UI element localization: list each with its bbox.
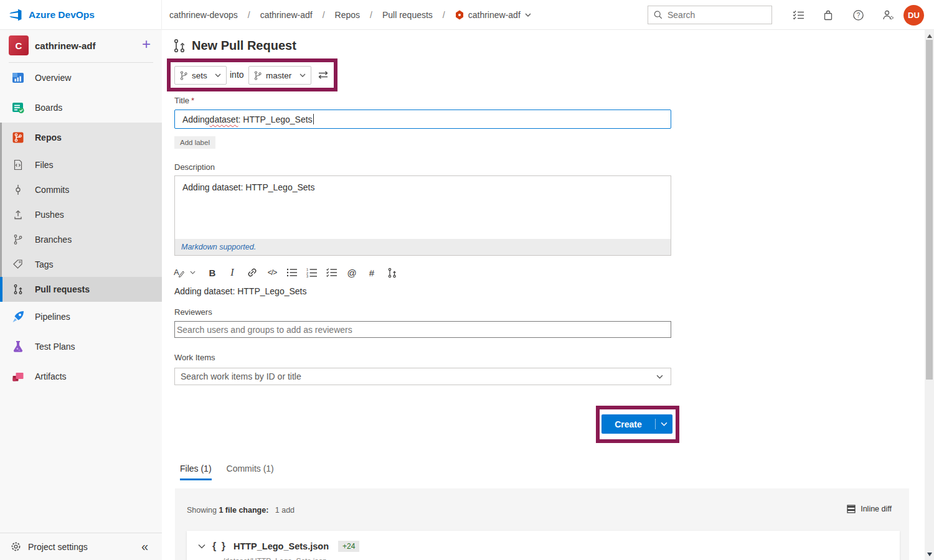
sidebar-item-commits[interactable]: Commits <box>0 177 162 202</box>
page-title: New Pull Request <box>173 39 296 53</box>
branch-icon <box>254 71 262 80</box>
collapse-sidebar-button[interactable]: « <box>141 539 148 554</box>
sidebar-item-artifacts[interactable]: Artifacts <box>0 362 162 391</box>
breadcrumb-separator: / <box>370 10 372 20</box>
scrollbar-up-arrow[interactable] <box>927 34 932 38</box>
target-branch-name: master <box>266 71 291 80</box>
breadcrumb-project[interactable]: cathrinew-adf <box>260 10 313 20</box>
text-format-icon[interactable]: A <box>173 266 184 279</box>
sidebar-item-boards[interactable]: Boards <box>0 93 162 123</box>
user-settings-icon[interactable] <box>882 9 894 21</box>
swap-branches-icon[interactable] <box>317 69 329 80</box>
repository-icon <box>455 10 464 20</box>
sidebar-item-test-plans[interactable]: Test Plans <box>0 332 162 362</box>
top-bar: Azure DevOps cathrinew-devops / cathrine… <box>0 0 934 30</box>
mention-icon[interactable]: @ <box>346 266 357 279</box>
add-label-button[interactable]: Add label <box>174 136 215 149</box>
sidebar-item-overview[interactable]: Overview <box>0 63 162 93</box>
branches-icon <box>10 231 26 248</box>
reviewers-input[interactable] <box>174 321 671 338</box>
project-header[interactable]: C cathrinew-adf + <box>0 30 162 61</box>
markdown-supported-link[interactable]: Markdown supported. <box>181 243 256 251</box>
into-label: into <box>230 70 244 80</box>
chevron-down-icon <box>300 73 306 77</box>
create-split-chevron-icon[interactable] <box>656 422 672 426</box>
additions-badge: +24 <box>338 541 359 552</box>
create-button[interactable]: Create <box>601 414 672 434</box>
sidebar-item-label: Branches <box>35 235 72 245</box>
work-item-hash-icon[interactable]: # <box>366 266 377 279</box>
repository-selector[interactable]: cathrinew-adf <box>455 10 531 20</box>
chevron-down-icon <box>215 73 221 77</box>
tags-icon <box>10 256 26 273</box>
project-name: cathrinew-adf <box>35 40 96 51</box>
sidebar-item-pipelines[interactable]: Pipelines <box>0 302 162 332</box>
search-input[interactable] <box>667 10 761 20</box>
test-plans-icon <box>10 338 26 355</box>
chevron-down-icon[interactable] <box>187 266 198 279</box>
tab-files[interactable]: Files (1) <box>180 464 212 480</box>
work-items-input[interactable] <box>175 368 648 385</box>
changes-panel: Showing 1 file change: 1 add Inline diff… <box>175 488 909 560</box>
target-branch-dropdown[interactable]: master <box>248 66 311 85</box>
description-label: Description <box>174 162 215 172</box>
breadcrumb-pull-requests[interactable]: Pull requests <box>382 10 433 20</box>
sidebar-item-branches[interactable]: Branches <box>0 227 162 252</box>
numbered-list-icon[interactable]: 1 2 3 <box>306 266 318 279</box>
description-preview: Adding dataset: HTTP_Lego_Sets <box>174 286 306 296</box>
vertical-scrollbar[interactable] <box>925 30 934 560</box>
main-content: New Pull Request sets into master <box>162 30 925 560</box>
avatar[interactable]: DU <box>903 5 924 26</box>
help-icon[interactable]: ? <box>852 9 864 21</box>
sidebar-item-pull-requests[interactable]: Pull requests <box>0 277 162 302</box>
collapse-chevron-icon[interactable] <box>198 544 205 549</box>
italic-icon[interactable]: I <box>227 266 238 279</box>
pull-request-link-icon[interactable] <box>386 266 397 279</box>
bold-icon[interactable]: B <box>207 266 218 279</box>
sidebar: C cathrinew-adf + Overview <box>0 30 162 560</box>
breadcrumb-organization[interactable]: cathrinew-devops <box>169 10 238 20</box>
repos-group: Repos Files Commits <box>0 123 162 302</box>
add-project-button[interactable]: + <box>142 36 151 52</box>
sidebar-item-label: Artifacts <box>35 371 67 381</box>
files-icon <box>10 157 26 173</box>
description-footer: Markdown supported. <box>175 239 671 255</box>
tab-commits[interactable]: Commits (1) <box>227 464 274 480</box>
code-icon[interactable]: </> <box>267 266 278 279</box>
sidebar-item-files[interactable]: Files <box>0 152 162 177</box>
description-textarea[interactable]: Adding dataset: HTTP_Lego_Sets <box>175 176 671 239</box>
inline-diff-toggle[interactable]: Inline diff <box>847 505 892 513</box>
json-file-icon: { } <box>212 541 227 552</box>
branch-icon <box>180 71 187 80</box>
overview-icon <box>10 70 26 86</box>
sidebar-item-tags[interactable]: Tags <box>0 252 162 277</box>
sidebar-item-label: Repos <box>35 133 62 142</box>
pull-requests-icon <box>10 281 26 297</box>
chevron-down-icon[interactable] <box>656 375 663 379</box>
file-diff-card: { } HTTP_Lego_Sets.json +24 /dataset/HTT… <box>187 531 900 560</box>
task-list-icon[interactable] <box>326 266 337 279</box>
sidebar-item-repos[interactable]: Repos <box>0 123 162 152</box>
scrollbar-down-arrow[interactable] <box>927 553 932 556</box>
file-row[interactable]: { } HTTP_Lego_Sets.json +24 <box>198 541 359 552</box>
azure-devops-home-link[interactable]: Azure DevOps <box>0 0 162 30</box>
source-branch-dropdown[interactable]: sets <box>174 66 227 85</box>
breadcrumb-repos[interactable]: Repos <box>335 10 360 20</box>
bullet-list-icon[interactable] <box>286 266 298 279</box>
svg-text:3: 3 <box>306 274 308 278</box>
change-summary: Showing 1 file change: 1 add <box>187 506 295 515</box>
global-search[interactable] <box>648 6 772 24</box>
scrollbar-thumb[interactable] <box>926 40 933 380</box>
repos-icon <box>10 129 26 146</box>
project-settings-label: Project settings <box>28 542 88 552</box>
search-icon <box>653 10 663 20</box>
title-input[interactable]: Adding dataset: HTTP_Lego_Sets <box>174 110 671 129</box>
file-name: HTTP_Lego_Sets.json <box>234 541 329 551</box>
link-icon[interactable] <box>247 266 258 279</box>
project-settings[interactable]: Project settings « <box>0 533 162 560</box>
sidebar-item-pushes[interactable]: Pushes <box>0 202 162 227</box>
work-items-label: Work Items <box>174 353 215 362</box>
marketplace-bag-icon[interactable] <box>822 9 834 21</box>
task-list-icon[interactable] <box>792 9 804 21</box>
title-label: Title* <box>174 96 194 105</box>
